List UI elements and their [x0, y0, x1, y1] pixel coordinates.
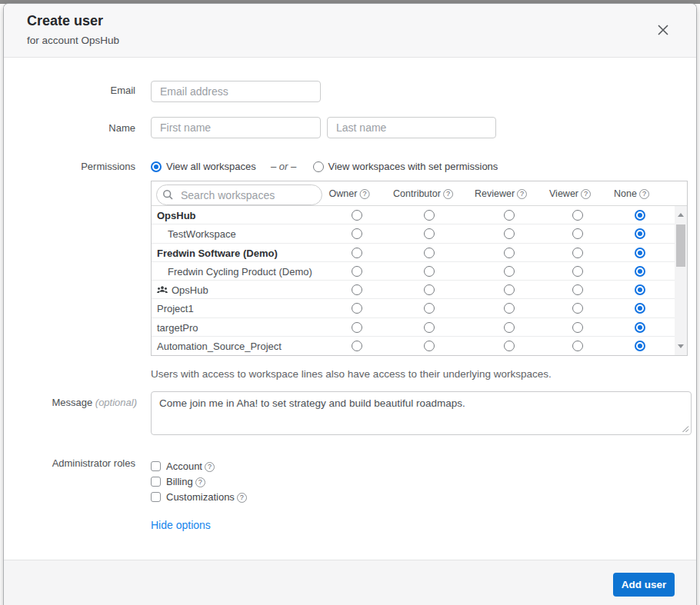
view-all-workspaces-radio[interactable] — [151, 161, 162, 172]
workspace-row: OpsHub — [152, 206, 675, 224]
scroll-up-icon[interactable] — [678, 213, 684, 217]
search-workspaces-input[interactable] — [156, 184, 322, 205]
workspace-table-header: Owner?Contributor?Reviewer?Viewer?None? — [152, 181, 687, 206]
add-user-button[interactable]: Add user — [613, 573, 675, 597]
help-icon[interactable]: ? — [237, 493, 247, 503]
first-name-field[interactable] — [151, 117, 321, 138]
workspace-row: OpsHub — [152, 281, 675, 299]
permission-radio-owner[interactable] — [352, 266, 362, 277]
column-header-none: None? — [614, 188, 649, 199]
permission-radio-reviewer[interactable] — [504, 303, 515, 314]
help-icon[interactable]: ? — [517, 189, 527, 199]
permission-radio-none[interactable] — [635, 266, 645, 277]
modal-title: Create user — [27, 13, 103, 29]
or-separator: – or – — [271, 161, 296, 173]
permission-radio-owner[interactable] — [352, 248, 362, 258]
permission-radio-contributor[interactable] — [424, 266, 435, 277]
email-field[interactable] — [151, 81, 321, 102]
help-icon[interactable]: ? — [581, 189, 591, 199]
workspace-row: Fredwin Cycling Product (Demo) — [152, 262, 675, 281]
workspace-name: OpsHub — [157, 284, 208, 296]
permission-radio-none[interactable] — [635, 284, 645, 295]
help-icon[interactable]: ? — [205, 462, 215, 472]
account-checkbox-label: Account? — [166, 461, 215, 472]
modal-subtitle: for account OpsHub — [27, 35, 119, 46]
last-name-field[interactable] — [327, 117, 496, 138]
admin-roles-label: Administrator roles — [4, 457, 135, 470]
permission-radio-contributor[interactable] — [424, 303, 435, 314]
permission-radio-reviewer[interactable] — [504, 210, 515, 221]
workspace-name: TestWorkspace — [168, 228, 236, 240]
permission-radio-none[interactable] — [635, 322, 645, 333]
modal-footer: Add user — [4, 560, 696, 605]
permission-radio-viewer[interactable] — [572, 266, 583, 277]
permission-radio-reviewer[interactable] — [504, 322, 515, 333]
permission-radio-owner[interactable] — [352, 210, 362, 221]
permission-radio-none[interactable] — [635, 228, 645, 239]
permission-radio-viewer[interactable] — [572, 284, 583, 295]
permission-radio-none[interactable] — [635, 248, 645, 258]
workspace-name: Fredwin Software (Demo) — [157, 248, 278, 259]
workspace-row: targetPro — [152, 318, 675, 337]
message-label: Message (optional) — [4, 397, 137, 409]
permission-radio-owner[interactable] — [352, 303, 362, 314]
table-scrollbar[interactable] — [675, 206, 687, 355]
message-text: Come join me in Aha! to set strategy and… — [159, 397, 683, 410]
workspace-note: Users with access to workspace lines als… — [151, 368, 552, 380]
help-icon[interactable]: ? — [443, 189, 453, 199]
workspace-name: Fredwin Cycling Product (Demo) — [168, 266, 312, 278]
help-icon[interactable]: ? — [359, 189, 369, 199]
permission-radio-none[interactable] — [635, 341, 645, 351]
permission-radio-owner[interactable] — [352, 341, 362, 351]
close-button[interactable] — [656, 23, 672, 38]
account-checkbox[interactable] — [151, 461, 161, 471]
billing-checkbox-label: Billing? — [166, 477, 205, 487]
billing-checkbox[interactable] — [151, 477, 161, 487]
workspace-name: OpsHub — [157, 210, 196, 221]
permission-radio-contributor[interactable] — [424, 248, 435, 258]
scrollbar-thumb[interactable] — [676, 224, 685, 267]
name-label: Name — [4, 122, 135, 135]
workspace-name: Automation_Source_Project — [157, 341, 282, 352]
resize-handle-icon[interactable] — [681, 424, 689, 433]
permission-radio-viewer[interactable] — [572, 210, 583, 221]
customizations-checkbox[interactable] — [151, 492, 161, 502]
permission-radio-contributor[interactable] — [424, 322, 435, 333]
column-header-viewer: Viewer? — [549, 188, 591, 199]
help-icon[interactable]: ? — [195, 477, 205, 487]
permission-radio-reviewer[interactable] — [504, 266, 515, 277]
message-textarea[interactable]: Come join me in Aha! to set strategy and… — [151, 391, 692, 435]
help-icon[interactable]: ? — [639, 189, 649, 199]
permission-radio-viewer[interactable] — [572, 228, 583, 239]
permissions-label: Permissions — [4, 161, 135, 173]
permission-radio-reviewer[interactable] — [504, 228, 515, 239]
hide-options-link[interactable]: Hide options — [151, 519, 211, 531]
permission-radio-viewer[interactable] — [572, 303, 583, 314]
permission-radio-reviewer[interactable] — [504, 284, 515, 295]
permission-radio-owner[interactable] — [352, 284, 362, 295]
permission-radio-viewer[interactable] — [572, 248, 583, 258]
view-all-workspaces-label: View all workspaces — [166, 161, 256, 173]
permission-radio-none[interactable] — [635, 303, 645, 314]
view-set-permissions-label: View workspaces with set permissions — [328, 161, 498, 173]
permission-radio-viewer[interactable] — [572, 322, 583, 333]
permission-radio-contributor[interactable] — [424, 228, 435, 239]
view-set-permissions-radio[interactable] — [313, 161, 324, 172]
modal-header: Create user for account OpsHub — [4, 4, 696, 58]
workspace-row: Automation_Source_Project — [152, 337, 675, 355]
scroll-down-icon[interactable] — [678, 344, 684, 348]
permission-radio-contributor[interactable] — [424, 341, 435, 351]
permission-radio-none[interactable] — [635, 210, 645, 221]
permission-radio-owner[interactable] — [352, 228, 362, 239]
email-label: Email — [4, 85, 135, 97]
permission-radio-contributor[interactable] — [424, 284, 435, 295]
column-header-reviewer: Reviewer? — [475, 188, 527, 199]
permission-radio-contributor[interactable] — [424, 210, 435, 221]
permission-radio-reviewer[interactable] — [504, 341, 515, 351]
workspace-row: Fredwin Software (Demo) — [152, 244, 675, 262]
permission-radio-owner[interactable] — [352, 322, 362, 333]
permission-radio-viewer[interactable] — [572, 341, 583, 351]
column-header-owner: Owner? — [329, 188, 370, 199]
permission-radio-reviewer[interactable] — [504, 248, 515, 258]
message-optional-text: (optional) — [95, 397, 137, 408]
